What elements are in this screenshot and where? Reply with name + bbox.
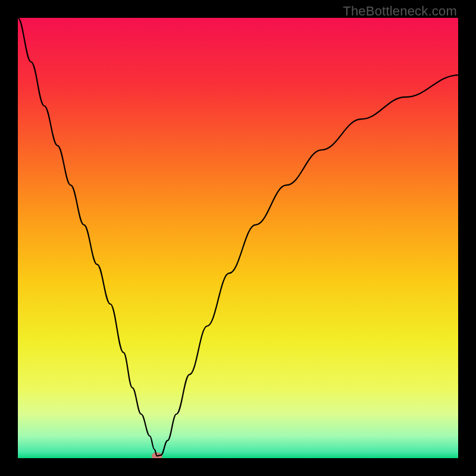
watermark-text: TheBottleneck.com <box>343 4 457 19</box>
chart-svg <box>18 18 458 458</box>
gradient-background <box>18 18 458 458</box>
plot-area <box>18 18 458 458</box>
chart-container: TheBottleneck.com <box>0 0 476 476</box>
